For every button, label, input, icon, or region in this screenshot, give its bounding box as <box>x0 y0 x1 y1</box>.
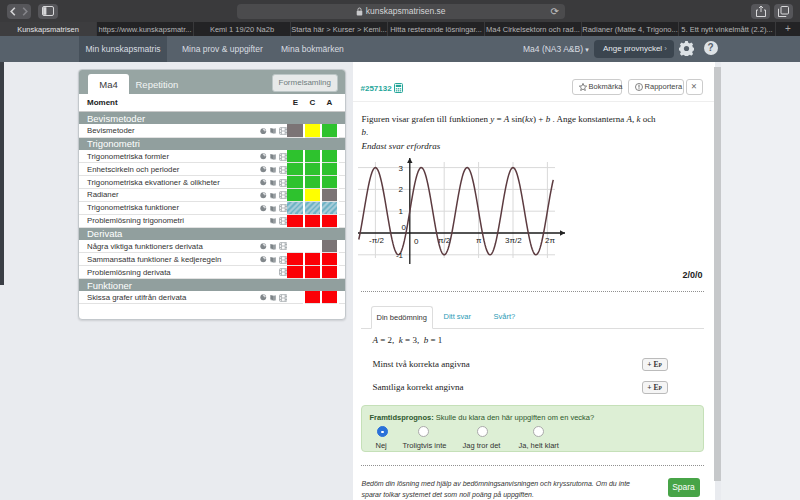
svg-text:-π/2: -π/2 <box>369 236 384 245</box>
svg-text:2: 2 <box>399 185 404 194</box>
svg-text:3π/2: 3π/2 <box>505 236 522 245</box>
svg-text:1: 1 <box>399 207 404 216</box>
svg-text:2π: 2π <box>545 236 555 245</box>
svg-text:3: 3 <box>399 164 404 173</box>
svg-text:π: π <box>476 236 482 245</box>
svg-text:π/2: π/2 <box>438 236 451 245</box>
svg-text:0: 0 <box>414 237 419 246</box>
svg-text:-1: -1 <box>396 251 404 260</box>
svg-text:0: 0 <box>402 223 407 232</box>
